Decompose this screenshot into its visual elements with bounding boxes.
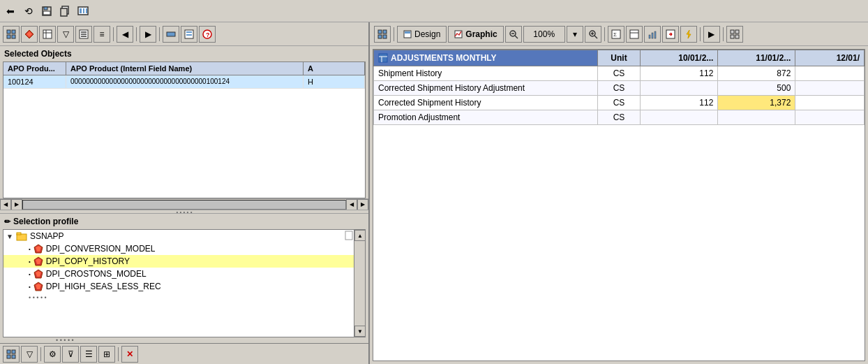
tree-child-4[interactable]: • DPI_HIGH_SEAS_LESS_REC bbox=[3, 280, 365, 293]
tree-child-3[interactable]: • DPI_CROSTONS_MODEL bbox=[3, 268, 365, 280]
filter-bottom-btn[interactable]: ▽ bbox=[21, 346, 38, 363]
cell-apo-product-name: 0000000000000000000000000000000000010012… bbox=[66, 75, 304, 88]
zoom-display[interactable]: 100% bbox=[523, 26, 565, 43]
bullet-4: • bbox=[29, 284, 31, 290]
design-label: Design bbox=[414, 29, 440, 39]
svg-rect-25 bbox=[186, 34, 192, 36]
col1-cell-1: 112 bbox=[641, 66, 718, 81]
bullet-3: • bbox=[29, 271, 31, 277]
table-row[interactable]: Corrected Shipment History CS 112 1,372 bbox=[374, 96, 865, 110]
right-scrollbar[interactable]: ▲ ▼ bbox=[354, 230, 365, 337]
svg-line-54 bbox=[594, 36, 597, 38]
col-apo-product-header: APO Product (Internl Field Name) bbox=[66, 62, 304, 75]
arrow-right-btn[interactable]: ▶ bbox=[703, 26, 720, 43]
tree-root-item[interactable]: ▼ SSNAPP bbox=[3, 230, 365, 242]
zoom-dropdown-btn[interactable]: ▾ bbox=[567, 26, 583, 43]
svg-rect-1 bbox=[44, 7, 47, 10]
grid-btn[interactable] bbox=[3, 26, 20, 43]
design-button[interactable]: Design bbox=[397, 26, 447, 43]
flash-btn[interactable] bbox=[680, 26, 697, 43]
scroll-right3-arrow[interactable]: ▶ bbox=[357, 199, 368, 210]
zoom-in-btn[interactable] bbox=[585, 26, 601, 43]
folder-icon bbox=[16, 231, 27, 241]
filter2-bottom-btn[interactable]: ⊽ bbox=[62, 346, 79, 363]
tree-root-label: SSNAPP bbox=[30, 231, 64, 241]
gem-icon-2 bbox=[33, 256, 43, 266]
table-title-cell: ADJUSTMENTS MONTHLY bbox=[374, 50, 598, 66]
table2-btn[interactable] bbox=[626, 26, 643, 43]
grid-right-btn[interactable] bbox=[374, 26, 391, 43]
right-sep1 bbox=[394, 27, 394, 41]
list-btn[interactable] bbox=[75, 26, 92, 43]
right-btn[interactable]: ▶ bbox=[140, 26, 156, 43]
copy-icon[interactable] bbox=[57, 3, 73, 19]
calc-btn[interactable]: Σ bbox=[608, 26, 624, 43]
svg-rect-71 bbox=[731, 35, 734, 38]
bar-btn[interactable] bbox=[163, 26, 179, 43]
scroll-thumb[interactable] bbox=[354, 241, 365, 326]
right-toolbar: Design Graphic 100% ▾ Σ bbox=[370, 22, 868, 46]
tree-child-1[interactable]: • DPI_CONVERSION_MODEL bbox=[3, 242, 365, 255]
tree-child-2[interactable]: • DPI_COPY_HISTORY bbox=[3, 255, 365, 268]
table-btn[interactable] bbox=[39, 26, 56, 43]
expand-arrow[interactable]: ▼ bbox=[6, 233, 13, 240]
grid3-btn[interactable] bbox=[726, 26, 743, 43]
right-sep3 bbox=[700, 27, 701, 41]
svg-rect-43 bbox=[378, 30, 382, 34]
col1-cell-2 bbox=[641, 81, 718, 96]
grid-bottom-btn[interactable] bbox=[3, 346, 20, 363]
separator2 bbox=[136, 27, 137, 41]
scroll-right2-arrow[interactable]: ◀ bbox=[346, 199, 357, 210]
cell-apo-prod: 100124 bbox=[3, 75, 66, 88]
more-items-indicator: • • • • • bbox=[3, 293, 365, 303]
scroll-right-arrow[interactable]: ▶ bbox=[11, 199, 22, 210]
list2-btn[interactable]: ≡ bbox=[93, 26, 110, 43]
svg-rect-46 bbox=[383, 35, 387, 38]
graphic-icon bbox=[454, 30, 463, 38]
scroll-left-arrow[interactable]: ◀ bbox=[0, 199, 11, 210]
objects-table-header: APO Produ... APO Product (Internl Field … bbox=[3, 62, 365, 75]
bullet-1: • bbox=[29, 246, 31, 252]
svg-rect-29 bbox=[17, 233, 21, 235]
table-row[interactable]: 100124 000000000000000000000000000000000… bbox=[3, 75, 365, 89]
list-bottom-btn[interactable]: ☰ bbox=[80, 346, 97, 363]
filter-btn[interactable]: ▽ bbox=[57, 26, 74, 43]
svg-rect-10 bbox=[12, 30, 15, 34]
chart2-btn[interactable] bbox=[644, 26, 661, 43]
graphic-button[interactable]: Graphic bbox=[448, 26, 503, 43]
query-btn[interactable] bbox=[181, 26, 197, 43]
svg-rect-39 bbox=[7, 350, 10, 354]
scroll-track[interactable] bbox=[22, 200, 346, 210]
save-icon[interactable] bbox=[39, 3, 54, 19]
cursor-icon[interactable]: ⟲ bbox=[21, 3, 36, 19]
objects-table: APO Produ... APO Product (Internl Field … bbox=[3, 61, 366, 198]
x-bottom-btn[interactable]: ✕ bbox=[121, 346, 138, 363]
col3-cell-1 bbox=[795, 66, 865, 81]
data-grid[interactable]: ADJUSTMENTS MONTHLY Unit 10/01/2... 11/0… bbox=[373, 49, 865, 361]
bot-sep1 bbox=[40, 347, 41, 361]
back-icon[interactable]: ⬅ bbox=[3, 3, 18, 19]
table-title-icon bbox=[378, 53, 388, 63]
table-row[interactable]: Corrected Shipment History Adjustment CS… bbox=[374, 81, 865, 96]
scroll-up-btn[interactable]: ▲ bbox=[354, 230, 366, 241]
col-apo-prod-header: APO Produ... bbox=[3, 62, 66, 75]
gem-icon-4 bbox=[33, 282, 43, 291]
tree-child-label-3: DPI_CROSTONS_MODEL bbox=[46, 269, 147, 279]
separator3 bbox=[159, 27, 160, 41]
settings-bottom-btn[interactable]: ⚙ bbox=[44, 346, 61, 363]
zoom-out-btn[interactable] bbox=[505, 26, 522, 43]
svg-rect-22 bbox=[167, 32, 175, 36]
gem-icon-1 bbox=[33, 244, 43, 254]
table-row[interactable]: Shipment History CS 112 872 bbox=[374, 66, 865, 81]
export-btn[interactable] bbox=[662, 26, 679, 43]
table-row[interactable]: Promotion Adjustment CS bbox=[374, 110, 865, 125]
help-btn[interactable]: ? bbox=[199, 26, 216, 43]
left-btn[interactable]: ◀ bbox=[117, 26, 133, 43]
copy-bottom-btn[interactable]: ⊞ bbox=[98, 346, 115, 363]
diamond-btn[interactable] bbox=[21, 26, 38, 43]
bullet-2: • bbox=[29, 259, 31, 265]
selection-profile-label: Selection profile bbox=[13, 217, 78, 226]
settings-icon[interactable] bbox=[75, 3, 91, 19]
svg-rect-72 bbox=[735, 35, 739, 38]
scroll-down-btn[interactable]: ▼ bbox=[354, 326, 366, 337]
